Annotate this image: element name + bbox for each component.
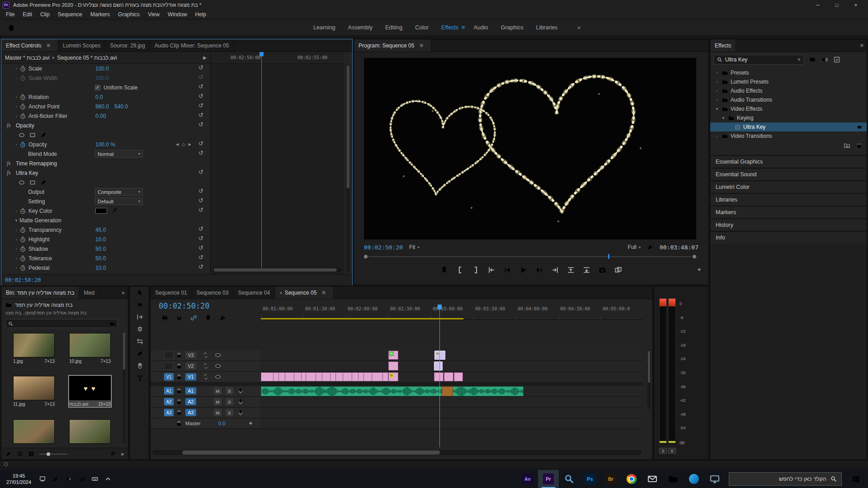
voice-over-record-icon[interactable] — [237, 388, 244, 394]
lane-ruler[interactable]: 00:02:50:0000:02:55:00 — [211, 52, 344, 64]
expander-icon[interactable]: › — [13, 209, 19, 213]
new-custom-bin-icon[interactable] — [844, 142, 850, 149]
menu-item-clip[interactable]: Clip — [36, 11, 54, 18]
chevron-right-icon[interactable]: › — [715, 89, 719, 93]
window-minimize-button[interactable]: ─ — [808, 0, 827, 10]
scroll-thumb[interactable] — [214, 268, 337, 272]
collapsed-panel-markers[interactable]: Markers — [710, 206, 867, 218]
track-output-eye-icon[interactable] — [215, 374, 221, 380]
video-clip-segment[interactable] — [294, 372, 302, 381]
stopwatch-icon[interactable] — [19, 246, 26, 252]
collapsed-panel-history[interactable]: History — [710, 218, 867, 231]
mask-ellipse-icon[interactable] — [19, 132, 25, 138]
accepts-video-filter-icon[interactable] — [808, 56, 816, 63]
bin-up-icon[interactable] — [5, 302, 12, 308]
clip-group[interactable] — [261, 372, 388, 381]
timeline-hscrollbar[interactable] — [152, 450, 642, 455]
reset-icon[interactable]: ↺ — [198, 83, 203, 90]
track-lock-icon[interactable] — [176, 388, 182, 394]
item-name[interactable]: 1.jpg — [13, 359, 23, 364]
settings-wrench-icon[interactable] — [647, 244, 653, 250]
param-value[interactable]: 10.0 — [95, 265, 106, 271]
timeline-tab-sequence-03[interactable]: Sequence 03 — [192, 286, 234, 299]
reset-icon[interactable]: ↺ — [198, 93, 203, 99]
tree-item-keying[interactable]: ▾Keying — [710, 113, 867, 122]
panel-timecode[interactable]: 00:02:50:20 — [5, 277, 41, 283]
workspace-menu-icon[interactable]: ≡ — [462, 24, 465, 31]
extract-button[interactable] — [583, 266, 590, 274]
step-forward-button[interactable] — [535, 266, 543, 274]
param-value[interactable]: 100.0 — [95, 66, 109, 72]
stopwatch-icon[interactable] — [19, 236, 26, 243]
tree-item-video-effects[interactable]: ▾Video Effects — [710, 104, 867, 113]
tray-pen-icon[interactable] — [49, 470, 62, 488]
param-value[interactable]: 0.0 — [95, 94, 103, 100]
param-value[interactable]: 0.00 — [95, 113, 106, 119]
panel-menu-icon[interactable]: ≡ — [857, 42, 867, 49]
solo-meter-button[interactable]: S — [659, 448, 667, 454]
razor-tool[interactable] — [130, 323, 150, 335]
snap-button[interactable] — [176, 314, 183, 321]
tree-item-audio-transitions[interactable]: ›Audio Transitions — [710, 95, 867, 104]
video-clip[interactable]: fx — [434, 351, 445, 360]
previous-keyframe-icon[interactable]: ◀ — [176, 142, 179, 146]
resolution-dropdown[interactable]: Full▾ — [628, 244, 641, 250]
dropdown-setting[interactable]: Default▾ — [95, 197, 143, 205]
reset-icon[interactable]: ↺ — [198, 244, 203, 251]
taskbar-app-edge[interactable] — [684, 470, 704, 488]
video-clip-segment[interactable] — [316, 372, 322, 381]
taskbar-app-remote-desktop[interactable] — [704, 470, 725, 488]
chevron-down-icon[interactable]: ▾ — [721, 116, 726, 120]
taskbar-app-premiere[interactable]: Pr — [538, 470, 559, 488]
project-vscrollbar[interactable] — [123, 333, 126, 443]
source-patch-a3[interactable]: A3 — [164, 409, 174, 416]
taskbar-search-box[interactable]: הקלד כאן כדי לחפש — [729, 472, 842, 486]
mark-out-button[interactable] — [472, 266, 480, 274]
scrub-handle-right[interactable] — [693, 255, 696, 258]
video-clip[interactable]: fx — [388, 372, 398, 381]
stopwatch-icon[interactable] — [19, 208, 26, 214]
mask-rectangle-icon[interactable] — [29, 179, 36, 186]
track-output-eye-icon[interactable] — [215, 363, 221, 369]
timeline-timecode[interactable]: 00:02:50:20 — [159, 301, 210, 310]
bin-header[interactable]: בת מצווה אודליה עין חמד — [1, 300, 128, 310]
eyedropper-icon[interactable] — [111, 208, 117, 214]
video-clip-segment[interactable] — [274, 372, 279, 381]
lift-button[interactable] — [567, 266, 575, 274]
menu-item-window[interactable]: Window — [164, 11, 191, 18]
timeline-tab-sequence-05[interactable]: ×Sequence 05≡ — [275, 286, 334, 299]
workspace-tab-graphics[interactable]: Graphics — [495, 22, 529, 33]
video-clip-segment[interactable] — [285, 372, 294, 381]
collapsed-panel-info[interactable]: Info — [710, 231, 867, 244]
item-thumbnail[interactable] — [13, 419, 55, 444]
param-value[interactable]: 100.0 — [95, 75, 109, 81]
search-bin-icon[interactable] — [110, 321, 115, 326]
expander-icon[interactable]: › — [13, 142, 19, 147]
video-clip-segment[interactable] — [330, 372, 336, 381]
reset-icon[interactable]: ↺ — [198, 140, 203, 147]
add-marker-button[interactable] — [440, 266, 448, 274]
expander-icon[interactable]: › — [13, 256, 19, 261]
expander-icon[interactable]: › — [13, 95, 19, 99]
video-clip-segment[interactable] — [322, 372, 330, 381]
taskbar-app-after-effects[interactable]: Ae — [517, 470, 538, 488]
workspace-tab-editing[interactable]: Editing — [379, 22, 408, 33]
video-clip-segment[interactable] — [383, 372, 388, 381]
effect-name[interactable]: Opacity — [16, 122, 83, 129]
track-name-a1[interactable]: A1 — [185, 387, 196, 394]
windows-start-button[interactable] — [845, 470, 866, 488]
collapsed-panel-essential-sound[interactable]: Essential Sound — [710, 168, 867, 180]
sync-lock-icon[interactable] — [203, 363, 209, 369]
item-thumbnail[interactable] — [69, 419, 111, 444]
delete-icon[interactable] — [856, 142, 863, 149]
reset-icon[interactable]: ↺ — [198, 254, 203, 261]
taskbar-clock[interactable]: 19:4527/01/2024 — [2, 470, 36, 488]
workspace-tab-audio[interactable]: Audio — [468, 22, 494, 33]
tray-volume-icon[interactable] — [62, 470, 75, 488]
timeline-tab-sequence-01[interactable]: Sequence 01 — [151, 286, 192, 299]
effect-controls-vscrollbar[interactable] — [346, 65, 350, 272]
menu-item-graphics[interactable]: Graphics — [114, 11, 144, 18]
timeline-vscrollbar[interactable] — [647, 350, 651, 409]
video-clip-segment[interactable] — [306, 372, 316, 381]
menu-item-sequence[interactable]: Sequence — [54, 11, 86, 18]
